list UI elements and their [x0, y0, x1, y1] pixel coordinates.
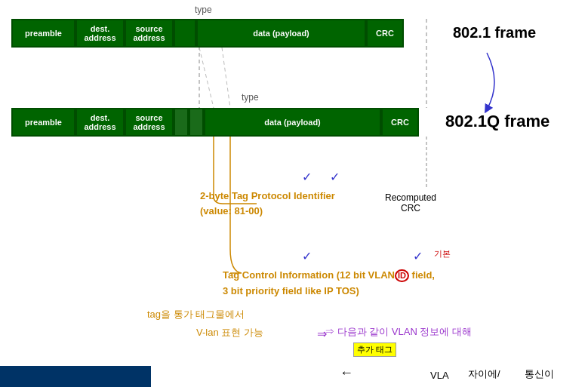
- bottom-kor1-text: 자이에/: [468, 367, 500, 381]
- yellow-extra-tag-box: 추가 태그: [353, 342, 396, 357]
- data-cell-1: data (payload): [196, 19, 366, 48]
- src-cell-2: sourceaddress: [125, 108, 174, 137]
- frame-title-802-1: 802.1 frame: [453, 24, 536, 41]
- svg-text:기본: 기본: [434, 249, 451, 258]
- src-cell-1: sourceaddress: [125, 19, 174, 48]
- svg-text:✓: ✓: [330, 170, 340, 183]
- frame-802-1q: preamble dest.address sourceaddress data…: [11, 108, 449, 137]
- preamble-cell-1: preamble: [11, 19, 75, 48]
- type-cell-1: [174, 19, 196, 48]
- crc-cell-2: CRC: [381, 108, 419, 137]
- tag1-cell: [174, 108, 189, 137]
- crc-cell-1: CRC: [366, 19, 404, 48]
- id-circled: ID: [395, 269, 409, 282]
- bottom-kor2-text: 통신이: [525, 367, 554, 381]
- type-label-2: type: [242, 92, 259, 103]
- svg-text:✓: ✓: [302, 170, 312, 183]
- preamble-cell-2: preamble: [11, 108, 75, 137]
- svg-text:✓: ✓: [413, 250, 423, 263]
- tag-control-text-1: Tag Control Information (12 bit VLANID f…: [223, 269, 435, 281]
- korean-tag-annotation: tag을 통가 태그물에서: [147, 308, 245, 321]
- recomputed-crc-label: Recomputed CRC: [385, 192, 436, 213]
- dest-cell-1: dest.address: [75, 19, 125, 48]
- type-label-1: type: [195, 5, 212, 15]
- korean-vlan-annotation: V-lan 표현 가능: [196, 326, 263, 339]
- bottom-vla-text: VLA: [430, 370, 449, 381]
- dest-cell-2: dest.address: [75, 108, 125, 137]
- bottom-arrow-text: ←: [340, 365, 353, 381]
- main-canvas: ✓ ✓ ✓ ✓ 기본 ⇒ type preamble dest.address …: [0, 0, 588, 387]
- tag-control-label: Tag Control Information (12 bit VLANID f…: [223, 268, 435, 299]
- tag2-cell: [189, 108, 204, 137]
- svg-line-2: [222, 48, 230, 108]
- svg-text:✓: ✓: [302, 250, 312, 263]
- frame-title-802-1q: 802.1Q frame: [445, 112, 550, 131]
- tag-protocol-label: 2-byte Tag Protocol Identifier (value: 8…: [200, 189, 335, 218]
- korean-arrow-section: ⇒ 다음과 같이 VLAN 정보에 대해: [325, 324, 472, 340]
- bottom-nav-bar: [0, 366, 151, 387]
- tag-control-text-2: 3 bit priority field like IP TOS): [223, 285, 359, 296]
- svg-line-1: [199, 48, 214, 108]
- frame-802-1: preamble dest.address sourceaddress data…: [11, 19, 430, 48]
- data-cell-2: data (payload): [204, 108, 381, 137]
